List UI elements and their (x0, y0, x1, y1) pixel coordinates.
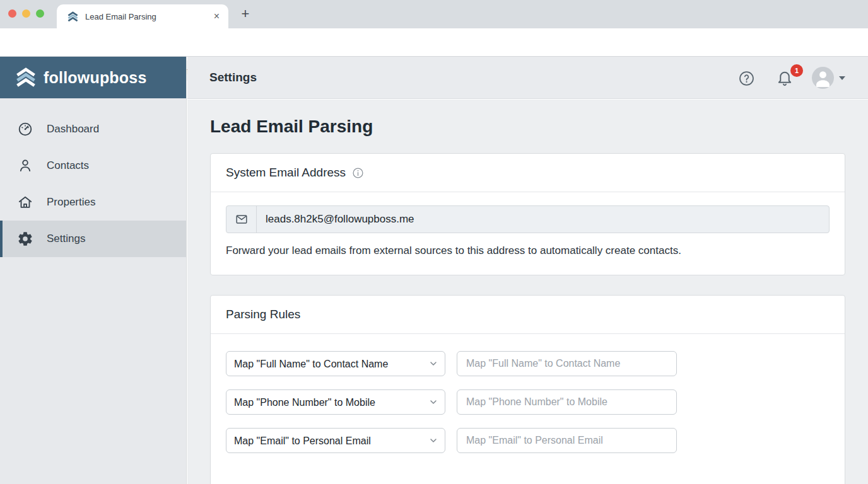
tab-title: Lead Email Parsing (85, 12, 211, 21)
rule-pattern-input-3[interactable] (457, 428, 677, 453)
parsing-rule-row: Map "Phone Number" to Mobile (226, 389, 830, 415)
parsing-rule-row: Map "Full Name" to Contact Name (226, 351, 830, 376)
sidebar: followupboss Dashboard Contacts (0, 57, 187, 484)
sidebar-item-label: Properties (47, 196, 95, 209)
system-email-card-title: System Email Address (226, 166, 346, 180)
avatar-chevron-down-icon[interactable] (839, 76, 845, 80)
page-title: Lead Email Parsing (210, 117, 845, 137)
help-icon[interactable] (738, 70, 755, 87)
parsing-rules-card: Parsing Rules Map "Full Name" to Contact… (210, 295, 845, 484)
browser-window: Lead Email Parsing × + followupboss.mi/s… (0, 0, 868, 484)
gear-icon (17, 231, 33, 247)
sidebar-nav: Dashboard Contacts Properties (0, 98, 186, 257)
logo-text: followupboss (44, 69, 147, 87)
user-avatar[interactable] (812, 67, 834, 89)
new-tab-button[interactable]: + (237, 6, 254, 22)
rule-select-wrap: Map "Email" to Personal Email (226, 428, 445, 453)
rule-select-wrap: Map "Phone Number" to Mobile (226, 389, 445, 415)
browser-toolbar: followupboss.mi/settings (0, 28, 868, 57)
parsing-rules-card-body: Map "Full Name" to Contact Name Map "Pho… (211, 334, 845, 484)
notification-badge: 1 (790, 64, 803, 77)
info-icon[interactable] (352, 167, 364, 179)
parsing-rules-card-title: Parsing Rules (226, 308, 300, 321)
followupboss-logo-icon (15, 66, 37, 89)
browser-tab[interactable]: Lead Email Parsing × (57, 4, 228, 28)
sidebar-item-label: Contacts (47, 159, 89, 172)
minimize-window-button[interactable] (22, 9, 30, 18)
sidebar-item-label: Settings (47, 233, 85, 245)
rule-type-select-3[interactable]: Map "Email" to Personal Email (226, 428, 445, 453)
settings-content: Lead Email Parsing System Email Address (187, 100, 868, 484)
parsing-rule-row: Map "Email" to Personal Email (226, 428, 830, 453)
sidebar-item-label: Dashboard (47, 123, 99, 135)
notifications-button[interactable]: 1 (775, 67, 801, 90)
zoom-window-button[interactable] (36, 9, 44, 18)
rule-type-select-2[interactable]: Map "Phone Number" to Mobile (226, 389, 445, 415)
sidebar-item-settings[interactable]: Settings (0, 221, 186, 257)
rule-pattern-input-2[interactable] (457, 389, 677, 415)
sidebar-item-properties[interactable]: Properties (0, 184, 186, 221)
tab-close-icon[interactable]: × (211, 11, 222, 21)
followupboss-favicon-icon (67, 11, 79, 23)
system-email-card-body: Forward your lead emails from external s… (211, 192, 845, 275)
person-icon (17, 158, 33, 174)
parsing-rules-card-header: Parsing Rules (211, 296, 845, 334)
sidebar-item-dashboard[interactable]: Dashboard (0, 111, 186, 147)
gauge-icon (17, 121, 33, 137)
system-email-box (226, 205, 830, 233)
sidebar-item-contacts[interactable]: Contacts (0, 147, 186, 184)
system-email-card-header: System Email Address (211, 154, 845, 192)
system-email-card: System Email Address (210, 153, 845, 275)
rule-pattern-input-1[interactable] (457, 351, 677, 376)
rule-type-select-1[interactable]: Map "Full Name" to Contact Name (226, 351, 445, 376)
system-email-input[interactable] (257, 213, 829, 226)
system-email-help-text: Forward your lead emails from external s… (226, 245, 830, 257)
rule-select-wrap: Map "Full Name" to Contact Name (226, 351, 445, 376)
home-icon (17, 194, 33, 210)
envelope-icon (226, 206, 257, 233)
close-window-button[interactable] (8, 9, 16, 18)
app-header-title: Settings (209, 71, 257, 84)
tab-strip: Lead Email Parsing × + (0, 0, 868, 28)
app-header: Settings 1 (187, 57, 868, 99)
sidebar-logo[interactable]: followupboss (0, 57, 186, 98)
